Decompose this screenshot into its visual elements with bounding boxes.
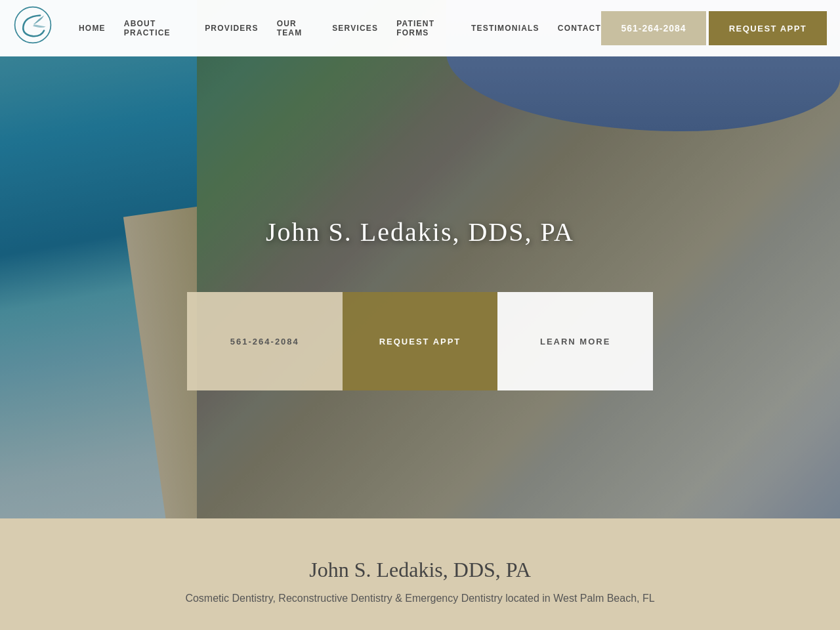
cta-learn-box[interactable]: LEARN MORE [497,292,653,390]
hero-cta-row: 561-264-2084 REQUEST APPT LEARN MORE [187,292,653,390]
navbar: HOME ABOUT PRACTICE PROVIDERS OUR TEAM S… [0,0,840,56]
cta-phone-box[interactable]: 561-264-2084 [187,292,343,390]
logo[interactable] [13,5,59,51]
nav-request-appt-button[interactable]: REQUEST APPT [709,11,827,45]
bottom-title: John S. Ledakis, DDS, PA [13,558,827,582]
nav-services[interactable]: SERVICES [332,24,378,33]
cta-learn-text: LEARN MORE [540,337,610,346]
hero-overlay [0,0,840,518]
nav-our-team[interactable]: OUR TEAM [277,19,314,37]
nav-appt-label: REQUEST APPT [729,24,807,33]
nav-links: HOME ABOUT PRACTICE PROVIDERS OUR TEAM S… [79,19,601,37]
cta-appt-text: REQUEST APPT [379,337,461,346]
nav-home[interactable]: HOME [79,24,106,33]
nav-phone-button[interactable]: 561-264-2084 [601,11,706,45]
nav-phone-number: 561-264-2084 [621,23,686,33]
nav-contact[interactable]: CONTACT [558,24,601,33]
bottom-subtitle: Cosmetic Dentistry, Reconstructive Denti… [13,593,827,604]
nav-providers[interactable]: PROVIDERS [205,24,258,33]
bottom-section: John S. Ledakis, DDS, PA Cosmetic Dentis… [0,518,840,630]
nav-patient-forms[interactable]: PATIENT FORMS [396,19,453,37]
nav-testimonials[interactable]: TESTIMONIALS [471,24,539,33]
cta-appt-box[interactable]: REQUEST APPT [343,292,498,390]
hero-title: John S. Ledakis, DDS, PA [266,217,574,247]
hero-section: John S. Ledakis, DDS, PA 561-264-2084 RE… [0,0,840,518]
cta-phone-text: 561-264-2084 [230,337,299,346]
nav-about-practice[interactable]: ABOUT PRACTICE [124,19,186,37]
